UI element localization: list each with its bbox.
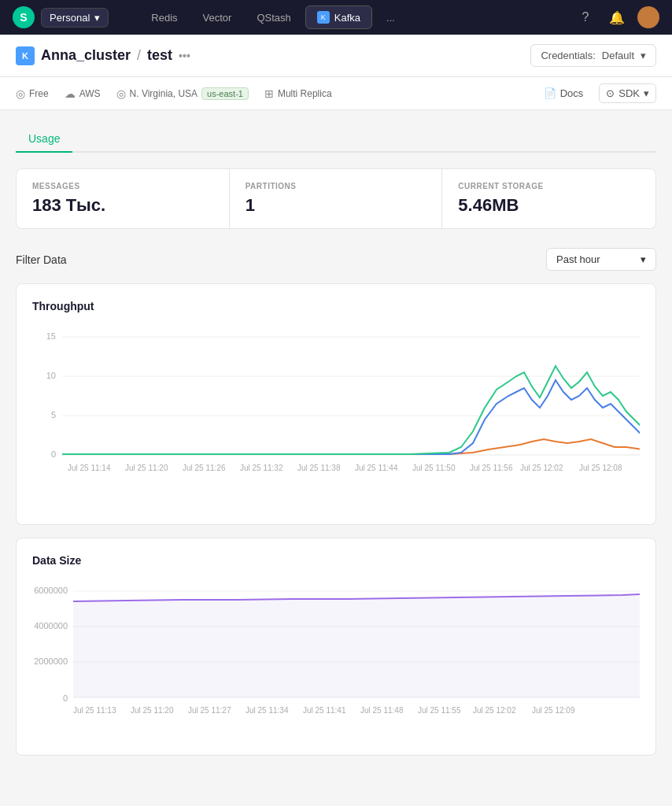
nav-tab-vector[interactable]: Vector <box>192 6 243 29</box>
chevron-down-icon: ▾ <box>641 253 646 265</box>
svg-text:Jul 25 12:09: Jul 25 12:09 <box>532 706 575 715</box>
throughput-chart-card: Throughput 15 10 5 0 Jul 25 11:14 Jul 25… <box>16 283 656 525</box>
datasize-fill <box>73 594 640 697</box>
replica-icon: ⊞ <box>264 87 274 100</box>
tier-tag: ◎ Free <box>16 87 49 100</box>
svg-text:Jul 25 11:32: Jul 25 11:32 <box>240 464 283 472</box>
nav-tab-kafka[interactable]: K Kafka <box>305 6 372 29</box>
partitions-value: 1 <box>246 195 426 216</box>
stat-card-messages: MESSAGES 183 Тыс. <box>17 169 230 228</box>
notifications-button[interactable]: 🔔 <box>606 6 628 28</box>
cluster-info-actions: 📄 Docs ⊙ SDK ▾ <box>537 83 656 103</box>
datasize-chart-card: Data Size 6000000 4000000 2000000 0 Jul … <box>16 538 656 756</box>
nav-tab-more[interactable]: ... <box>375 6 406 29</box>
svg-text:Jul 25 11:38: Jul 25 11:38 <box>297 464 341 472</box>
svg-text:2000000: 2000000 <box>34 656 68 666</box>
svg-text:Jul 25 11:48: Jul 25 11:48 <box>360 706 404 715</box>
user-avatar[interactable] <box>637 6 659 28</box>
stat-card-partitions: PARTITIONS 1 <box>230 169 443 228</box>
provider-tag: ☁ AWS <box>65 87 101 100</box>
svg-text:4000000: 4000000 <box>34 621 68 630</box>
nav-tab-redis[interactable]: Redis <box>140 6 188 29</box>
nav-right: ? 🔔 <box>574 6 659 28</box>
region-badge: us-east-1 <box>201 87 249 100</box>
svg-text:Jul 25 12:02: Jul 25 12:02 <box>473 706 516 715</box>
location-tag: ◎ N. Virginia, USA us-east-1 <box>116 87 249 100</box>
svg-text:Jul 25 11:56: Jul 25 11:56 <box>470 464 513 472</box>
credentials-value: Default <box>602 50 634 61</box>
stat-card-storage: CURRENT STORAGE 5.46MB <box>442 169 655 228</box>
app-logo: S <box>13 6 35 28</box>
blue-line <box>62 380 640 454</box>
nav-tabs: Redis Vector QStash K Kafka ... <box>140 6 568 29</box>
filter-row: Filter Data Past hour ▾ <box>16 248 656 271</box>
svg-text:Jul 25 11:26: Jul 25 11:26 <box>183 464 226 472</box>
help-button[interactable]: ? <box>574 6 596 28</box>
orange-line <box>62 439 640 454</box>
svg-text:Jul 25 11:27: Jul 25 11:27 <box>188 706 231 715</box>
chevron-down-icon: ▾ <box>641 50 646 61</box>
datasize-chart-title: Data Size <box>32 554 640 567</box>
kafka-icon: K <box>317 11 330 24</box>
brand-selector[interactable]: Personal ▾ <box>41 8 109 28</box>
svg-text:Jul 25 11:34: Jul 25 11:34 <box>246 706 289 715</box>
doc-icon: 📄 <box>544 87 556 99</box>
nav-tab-qstash[interactable]: QStash <box>246 6 301 29</box>
svg-text:10: 10 <box>46 371 56 380</box>
chevron-down-icon: ▾ <box>94 12 100 24</box>
svg-text:Jul 25 12:08: Jul 25 12:08 <box>579 464 622 472</box>
svg-text:Jul 25 11:20: Jul 25 11:20 <box>131 706 174 715</box>
svg-text:5: 5 <box>51 410 56 420</box>
top-navigation: S Personal ▾ Redis Vector QStash K Kafka… <box>0 0 672 35</box>
svg-text:Jul 25 11:13: Jul 25 11:13 <box>73 706 116 715</box>
cluster-info-bar: ◎ Free ☁ AWS ◎ N. Virginia, USA us-east-… <box>0 77 672 110</box>
topic-name[interactable]: test <box>147 47 172 64</box>
svg-text:6000000: 6000000 <box>34 586 68 595</box>
main-content: Usage MESSAGES 183 Тыс. PARTITIONS 1 CUR… <box>0 110 672 806</box>
location-icon: ◎ <box>116 87 126 100</box>
filter-data-label: Filter Data <box>16 253 67 266</box>
svg-text:Jul 25 11:14: Jul 25 11:14 <box>68 464 111 472</box>
cluster-name[interactable]: Anna_cluster <box>41 47 131 64</box>
svg-text:0: 0 <box>63 693 68 703</box>
credentials-selector[interactable]: Credentials: Default ▾ <box>530 44 656 67</box>
messages-value: 183 Тыс. <box>32 195 213 216</box>
circle-icon: ◎ <box>16 87 25 100</box>
svg-text:Jul 25 12:02: Jul 25 12:02 <box>520 464 563 472</box>
svg-text:Jul 25 11:41: Jul 25 11:41 <box>303 706 346 715</box>
sub-header: K Anna_cluster / test ••• Credentials: D… <box>0 35 672 77</box>
svg-text:15: 15 <box>46 331 56 341</box>
svg-text:Jul 25 11:44: Jul 25 11:44 <box>355 464 398 472</box>
datasize-chart-area: 6000000 4000000 2000000 0 Jul 25 11:13 J… <box>32 579 640 739</box>
cluster-icon: K <box>16 46 35 65</box>
filter-select[interactable]: Past hour ▾ <box>546 248 656 271</box>
chevron-down-icon: ▾ <box>644 87 649 99</box>
svg-text:Jul 25 11:50: Jul 25 11:50 <box>412 464 456 472</box>
messages-label: MESSAGES <box>32 182 213 190</box>
throughput-chart-title: Throughput <box>32 300 640 312</box>
credentials-label: Credentials: <box>541 50 595 61</box>
content-tabs: Usage <box>16 126 656 153</box>
svg-text:Jul 25 11:55: Jul 25 11:55 <box>418 706 461 715</box>
cloud-icon: ☁ <box>65 87 76 100</box>
breadcrumb-separator: / <box>137 47 141 64</box>
breadcrumb-more-icon[interactable]: ••• <box>179 50 190 62</box>
throughput-chart-area: 15 10 5 0 Jul 25 11:14 Jul 25 11:20 Jul … <box>32 325 640 508</box>
tab-usage[interactable]: Usage <box>16 126 72 153</box>
svg-text:0: 0 <box>51 449 56 459</box>
stat-cards: MESSAGES 183 Тыс. PARTITIONS 1 CURRENT S… <box>16 168 656 229</box>
sdk-button[interactable]: ⊙ SDK ▾ <box>599 83 656 103</box>
datasize-svg: 6000000 4000000 2000000 0 Jul 25 11:13 J… <box>32 579 640 737</box>
breadcrumb: K Anna_cluster / test ••• <box>16 46 190 65</box>
docs-button[interactable]: 📄 Docs <box>537 83 590 103</box>
svg-text:Jul 25 11:20: Jul 25 11:20 <box>125 464 168 472</box>
partitions-label: PARTITIONS <box>246 182 426 190</box>
storage-label: CURRENT STORAGE <box>458 182 640 190</box>
github-icon: ⊙ <box>606 87 615 99</box>
filter-selected-value: Past hour <box>556 253 600 265</box>
throughput-svg: 15 10 5 0 Jul 25 11:14 Jul 25 11:20 Jul … <box>32 325 640 506</box>
replica-tag: ⊞ Multi Replica <box>264 87 332 100</box>
storage-value: 5.46MB <box>458 195 640 216</box>
